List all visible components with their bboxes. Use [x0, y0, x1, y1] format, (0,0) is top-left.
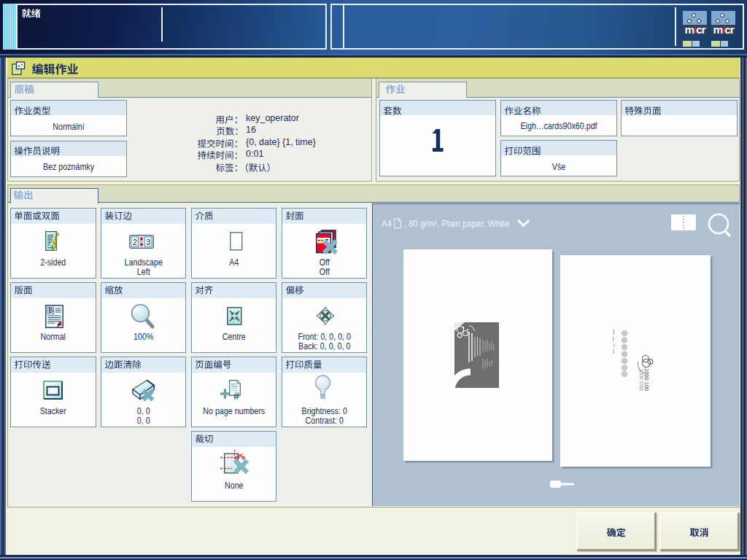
svg-text:1000 1001: 1000 1001: [639, 369, 644, 392]
svg-text:#: #: [233, 390, 239, 401]
svg-text:3: 3: [146, 237, 150, 246]
svg-text:B: B: [48, 307, 53, 314]
svg-text:2: 2: [133, 237, 137, 246]
